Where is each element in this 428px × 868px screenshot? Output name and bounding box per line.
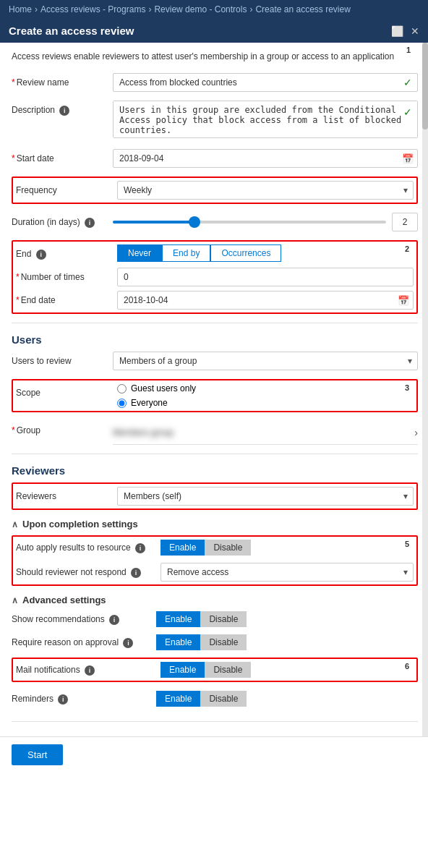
mail-notif-toggle-group: Enable Disable xyxy=(160,662,251,678)
title-bar: Create an access review ⬜ ✕ xyxy=(0,19,428,43)
breadcrumb: Home › Access reviews - Programs › Revie… xyxy=(0,0,428,19)
scroll-thumb[interactable] xyxy=(422,43,428,129)
mail-notif-enable-button[interactable]: Enable xyxy=(160,662,205,678)
group-value: Members group xyxy=(113,427,174,438)
reminders-info-icon[interactable]: i xyxy=(58,694,68,705)
frequency-select[interactable]: Daily Weekly Monthly Quarterly Semi-annu… xyxy=(117,181,414,200)
end-button-group: Never End by Occurrences xyxy=(117,244,414,262)
show-recommendations-row: Show recommendations i Enable Disable xyxy=(12,611,418,627)
duration-slider-thumb[interactable] xyxy=(189,216,200,228)
frequency-row: Frequency Daily Weekly Monthly Quarterly… xyxy=(16,181,414,200)
reminders-disable-button[interactable]: Disable xyxy=(200,691,247,707)
duration-label: Duration (in days) i xyxy=(12,213,106,228)
review-name-check-icon: ✓ xyxy=(403,77,412,88)
show-rec-info-icon[interactable]: i xyxy=(109,615,119,625)
advanced-section: ∧ Advanced settings Show recommendations… xyxy=(12,595,418,707)
group-row: *Group Members group › xyxy=(12,421,418,445)
end-date-row: *End date 📅 xyxy=(16,291,414,310)
should-reviewer-select[interactable]: Remove access Approve access No change xyxy=(160,563,414,582)
intro-text: Access reviews enable reviewers to attes… xyxy=(12,50,418,63)
maximize-icon[interactable]: ⬜ xyxy=(391,25,403,37)
duration-slider-track[interactable] xyxy=(113,221,386,224)
mail-notif-info-icon[interactable]: i xyxy=(85,665,95,676)
show-rec-toggle-group: Enable Disable xyxy=(156,611,247,627)
require-reason-info-icon[interactable]: i xyxy=(123,638,133,648)
start-date-calendar-icon[interactable]: 📅 xyxy=(402,153,414,164)
frequency-label: Frequency xyxy=(16,181,110,195)
number-of-times-label: *Number of times xyxy=(16,268,110,282)
scope-guest-option[interactable]: Guest users only xyxy=(117,383,414,393)
scrollbar[interactable] xyxy=(422,43,428,736)
group-value-row[interactable]: Members group › xyxy=(113,421,418,445)
reminders-enable-button[interactable]: Enable xyxy=(156,691,200,707)
breadcrumb-controls[interactable]: Review demo - Controls xyxy=(154,4,247,14)
end-label: End i xyxy=(16,244,110,260)
end-info-icon[interactable]: i xyxy=(36,250,46,260)
description-info-icon[interactable]: i xyxy=(59,106,69,116)
section-number-3: 3 xyxy=(405,383,409,392)
should-reviewer-info-icon[interactable]: i xyxy=(131,568,141,578)
section-number-6: 6 xyxy=(405,662,409,671)
duration-slider-row xyxy=(113,213,418,231)
end-never-button[interactable]: Never xyxy=(117,244,162,262)
description-row: Description i Users in this group are ex… xyxy=(12,101,418,140)
end-date-label: *End date xyxy=(16,291,110,305)
show-rec-disable-button[interactable]: Disable xyxy=(200,611,247,627)
reminders-row: Reminders i Enable Disable xyxy=(12,691,418,707)
group-chevron-icon[interactable]: › xyxy=(414,427,418,438)
auto-apply-toggle-group: Enable Disable xyxy=(160,540,251,556)
end-occurrences-button[interactable]: Occurrences xyxy=(210,244,281,262)
completion-settings-box: 5 Auto apply results to resource i Enabl… xyxy=(12,535,418,586)
number-of-times-row: *Number of times xyxy=(16,268,414,286)
advanced-header[interactable]: ∧ Advanced settings xyxy=(12,595,418,605)
advanced-title: Advanced settings xyxy=(22,595,106,605)
reminders-toggle-group: Enable Disable xyxy=(156,691,247,707)
completion-collapse-icon: ∧ xyxy=(12,519,18,529)
completion-section: ∧ Upon completion settings 5 Auto apply … xyxy=(12,519,418,586)
window-controls: ⬜ ✕ xyxy=(391,25,419,37)
close-icon[interactable]: ✕ xyxy=(411,25,419,37)
require-reason-enable-button[interactable]: Enable xyxy=(156,634,200,650)
users-section-title: Users xyxy=(12,333,418,346)
description-label: Description i xyxy=(12,101,106,116)
require-reason-toggle-group: Enable Disable xyxy=(156,634,247,650)
completion-header[interactable]: ∧ Upon completion settings xyxy=(12,519,418,529)
breadcrumb-home[interactable]: Home xyxy=(9,4,32,14)
mail-notifications-section: 6 Mail notifications i Enable Disable xyxy=(12,658,418,682)
breadcrumb-current: Create an access review xyxy=(255,4,350,14)
description-input[interactable]: Users in this group are excluded from th… xyxy=(113,101,418,138)
auto-apply-row: Auto apply results to resource i Enable … xyxy=(16,540,414,556)
users-to-review-select[interactable]: Members of a group Assigned to an applic… xyxy=(113,352,418,370)
main-content: Access reviews enable reviewers to attes… xyxy=(0,43,428,736)
require-reason-disable-button[interactable]: Disable xyxy=(200,634,247,650)
end-by-button[interactable]: End by xyxy=(162,244,210,262)
show-rec-enable-button[interactable]: Enable xyxy=(156,611,200,627)
duration-row: Duration (in days) i xyxy=(12,213,418,231)
review-name-row: *Review name ✓ xyxy=(12,73,418,92)
breadcrumb-programs[interactable]: Access reviews - Programs xyxy=(40,4,145,14)
end-date-input xyxy=(117,291,414,310)
reviewers-section-title: Reviewers xyxy=(12,464,418,477)
mail-notif-disable-button[interactable]: Disable xyxy=(205,662,251,678)
section-number-5: 5 xyxy=(405,540,409,548)
scope-everyone-option[interactable]: Everyone xyxy=(117,398,414,408)
scope-row: Scope Guest users only Everyone xyxy=(16,383,414,408)
start-button[interactable]: Start xyxy=(12,744,63,765)
reviewers-row: Reviewers Members (self) Selected review… xyxy=(16,487,414,506)
end-section: 2 End i Never End by Occurrences xyxy=(12,240,418,314)
auto-apply-enable-button[interactable]: Enable xyxy=(160,540,205,556)
number-of-times-input xyxy=(117,268,414,286)
reviewers-select[interactable]: Members (self) Selected reviewers Manage… xyxy=(117,487,414,506)
duration-info-icon[interactable]: i xyxy=(85,218,95,228)
duration-value-input[interactable] xyxy=(392,213,418,231)
description-check-icon: ✓ xyxy=(403,106,412,118)
auto-apply-disable-button[interactable]: Disable xyxy=(205,540,251,556)
frequency-section: Frequency Daily Weekly Monthly Quarterly… xyxy=(12,176,418,204)
scope-everyone-radio[interactable] xyxy=(117,399,127,408)
start-date-input[interactable] xyxy=(113,149,418,168)
scope-guest-radio[interactable] xyxy=(117,384,127,393)
scope-label: Scope xyxy=(16,383,110,398)
review-name-input[interactable] xyxy=(113,73,418,92)
auto-apply-info-icon[interactable]: i xyxy=(135,543,145,553)
review-name-label: *Review name xyxy=(12,73,106,88)
